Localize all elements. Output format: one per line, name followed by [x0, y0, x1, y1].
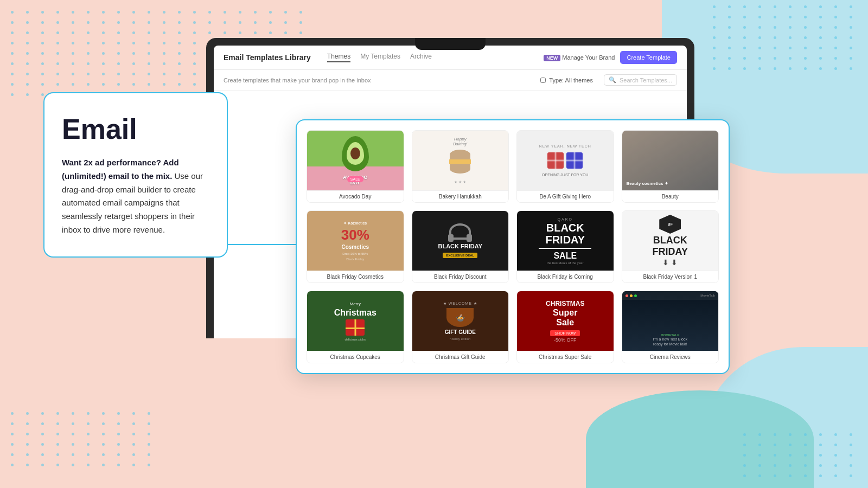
search-box: 🔍 Search Templates... — [604, 74, 677, 86]
template-card-xmasguide[interactable]: ★ WELCOME ★ 🍲 GIFT GUIDE holiday edition… — [412, 291, 509, 363]
template-card-bakery[interactable]: HappyBaking! ★ ★ ★ Bakery Hanukkah — [412, 130, 509, 203]
template-thumb-bakery: HappyBaking! ★ ★ ★ — [412, 131, 509, 190]
app-nav: Themes My Templates Archive — [327, 53, 432, 62]
template-name-bfv1: Black Friday Version 1 — [622, 271, 719, 282]
nav-archive[interactable]: Archive — [410, 53, 432, 62]
template-card-gift[interactable]: NEW YEAR, NEW TECH OPENING JUST FOR YOU … — [516, 130, 614, 203]
create-template-button[interactable]: Create Template — [620, 51, 677, 64]
template-thumb-bfdiscount: BLACK FRIDAY EXCLUSIVE DEAL — [412, 211, 509, 271]
template-name-xmas: Christmas Cupcakes — [307, 351, 404, 363]
template-name-xmassale: Christmas Super Sale — [517, 351, 614, 363]
template-card-cinema[interactable]: MovieTalk MOVIETALK I'm a new Text Block… — [622, 291, 719, 363]
template-card-bfdiscount[interactable]: BLACK FRIDAY EXCLUSIVE DEAL Black Friday… — [412, 210, 509, 283]
template-thumb-xmasguide: ★ WELCOME ★ 🍲 GIFT GUIDE holiday edition — [412, 291, 509, 351]
template-name-bfdiscount: Black Friday Discount — [412, 271, 509, 282]
info-card-bold: Want 2x ad performance? Add (unlimited!)… — [62, 158, 179, 181]
app-subtitle: Create templates that make your brand po… — [224, 77, 529, 84]
template-thumb-xmas: Merry Christmas delicious picks — [307, 291, 404, 351]
template-thumb-xmassale: CHRISTMAS Super Sale SHOP NOW -50% OFF — [517, 291, 614, 351]
template-grid: AVOCADODAY SALE Avocado Day HappyBaking!… — [307, 130, 719, 363]
nav-themes[interactable]: Themes — [327, 53, 350, 62]
template-card-xmas[interactable]: Merry Christmas delicious picks Christma… — [307, 291, 404, 363]
template-card-avocado[interactable]: AVOCADODAY SALE Avocado Day — [307, 130, 404, 203]
dots-bottom-right: for(let i=0;i<40;i++) document.write('<d… — [743, 433, 857, 477]
manage-brand-button[interactable]: NEW Manage Your Brand — [544, 54, 615, 61]
manage-brand-label: Manage Your Brand — [562, 54, 615, 61]
template-name-xmasguide: Christmas Gift Guide — [412, 351, 509, 363]
template-card-xmassale[interactable]: CHRISTMAS Super Sale SHOP NOW -50% OFF C… — [516, 291, 614, 363]
template-thumb-avocado: AVOCADODAY SALE — [307, 131, 404, 190]
info-card-title: Email — [62, 113, 209, 145]
template-name-bfcoming: Black Friday is Coming — [517, 271, 614, 282]
dots-bottom-left: for(let i=0;i<60;i++) document.write('<d… — [11, 412, 155, 466]
search-icon: 🔍 — [609, 76, 616, 84]
template-thumb-cinema: MovieTalk MOVIETALK I'm a new Text Block… — [622, 291, 719, 351]
filter-type-label: Type: All themes — [549, 77, 593, 84]
app-subtitle-bar: Create templates that make your brand po… — [214, 70, 687, 91]
template-name-avocado: Avocado Day — [307, 190, 404, 202]
template-thumb-bfcosmetics: ✦ Kozmetics 30% Cosmetics Drop 30% to 55… — [307, 211, 404, 271]
topbar-right: NEW Manage Your Brand Create Template — [544, 51, 677, 64]
template-name-bfcosmetics: Black Friday Cosmetics — [307, 271, 404, 282]
template-card-beauty[interactable]: Beauty cosmetics ✦ Beauty — [622, 130, 719, 203]
dots-top-right: for(let i=0;i<70;i++) document.write('<d… — [713, 5, 857, 70]
search-input-placeholder[interactable]: Search Templates... — [620, 77, 672, 84]
template-thumb-bfcoming: QARO BLACK FRIDAY SALE the best deals of… — [517, 211, 614, 271]
template-thumb-bfv1: BF BLACK FRIDAY ⬇ ⬇ — [622, 211, 719, 271]
app-title: Email Templates Library — [224, 53, 311, 62]
info-card: Email Want 2x ad performance? Add (unlim… — [43, 92, 228, 258]
connector-line — [228, 244, 304, 245]
nav-my-templates[interactable]: My Templates — [360, 53, 400, 62]
template-name-beauty: Beauty — [622, 190, 719, 202]
template-card-bfv1[interactable]: BF BLACK FRIDAY ⬇ ⬇ Black Friday Version… — [622, 210, 719, 283]
filter-checkbox[interactable] — [540, 78, 546, 83]
info-card-body: Want 2x ad performance? Add (unlimited!)… — [62, 156, 209, 237]
template-library-overlay: AVOCADODAY SALE Avocado Day HappyBaking!… — [296, 119, 730, 374]
filter-type[interactable]: Type: All themes — [540, 77, 593, 84]
template-name-cinema: Cinema Reviews — [622, 351, 719, 363]
template-card-bfcoming[interactable]: QARO BLACK FRIDAY SALE the best deals of… — [516, 210, 614, 283]
template-name-gift: Be A Gift Giving Hero — [517, 190, 614, 202]
laptop-notch — [415, 38, 486, 50]
template-thumb-beauty: Beauty cosmetics ✦ — [622, 131, 719, 190]
template-card-bfcosmetics[interactable]: ✦ Kozmetics 30% Cosmetics Drop 30% to 55… — [307, 210, 404, 283]
template-name-bakery: Bakery Hanukkah — [412, 190, 509, 202]
new-badge: NEW — [544, 55, 560, 61]
template-thumb-gift: NEW YEAR, NEW TECH OPENING JUST FOR YOU — [517, 131, 614, 190]
